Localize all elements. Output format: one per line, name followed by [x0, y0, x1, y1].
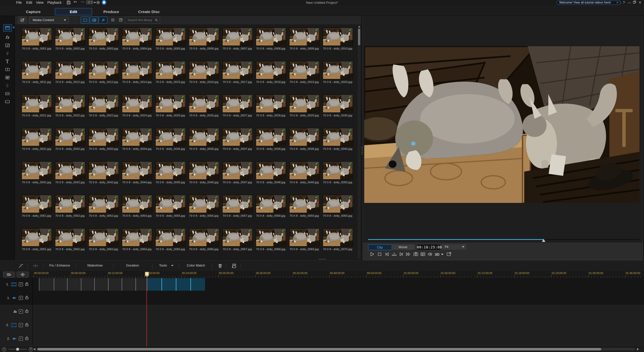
track-lock-icon[interactable] — [25, 323, 28, 328]
library-item[interactable]: ✓70 0 8 - dolly_0051.jpg — [22, 195, 51, 217]
library-item[interactable]: ✓70 0 8 - dolly_0002.jpg — [55, 28, 85, 50]
tab-edit[interactable]: Edit — [55, 8, 92, 15]
library-resize-grip[interactable] — [319, 259, 326, 260]
close-button[interactable]: ✕ — [638, 1, 642, 5]
library-item[interactable]: ✓70 0 8 - dolly_0060.jpg — [323, 195, 352, 217]
range-select-button[interactable] — [17, 272, 29, 278]
filter-video-button[interactable] — [81, 17, 89, 24]
sidebar-item-chapter-room[interactable]: 123 — [3, 90, 11, 97]
library-item[interactable]: ✓70 0 8 - dolly_0019.jpg — [289, 61, 319, 83]
library-item[interactable]: ✓70 0 8 - dolly_0008.jpg — [256, 28, 286, 50]
library-item[interactable]: ✓70 0 8 - dolly_0028.jpg — [256, 95, 286, 117]
library-item[interactable]: ✓70 0 8 - dolly_0003.jpg — [89, 28, 118, 50]
track-enable-checkbox[interactable]: ✓ — [19, 310, 23, 314]
library-item[interactable]: ✓70 0 8 - dolly_0050.jpg — [323, 161, 352, 184]
library-filter-dropdown[interactable]: Media Content — [29, 17, 69, 23]
scroll-left-icon[interactable] — [33, 348, 35, 350]
timeline-clip[interactable] — [136, 278, 146, 291]
library-item[interactable]: ✓70 0 8 - dolly_0023.jpg — [89, 95, 118, 117]
zoom-fit-dropdown[interactable]: Fit — [442, 244, 466, 250]
library-item[interactable]: ✓70 0 8 - dolly_0011.jpg — [22, 61, 51, 83]
color-match-button[interactable]: Color Match — [187, 263, 205, 267]
previous-frame-button[interactable] — [384, 251, 390, 257]
library-item[interactable]: ✓70 0 8 - dolly_0063.jpg — [89, 228, 118, 251]
library-item[interactable]: ✓70 0 8 - dolly_0032.jpg — [55, 128, 85, 150]
library-item[interactable]: ✓70 0 8 - dolly_0053.jpg — [89, 195, 118, 217]
library-item[interactable]: ✓70 0 8 - dolly_0026.jpg — [189, 95, 219, 117]
view-menu-icon[interactable] — [109, 17, 116, 23]
delete-trash-icon[interactable] — [217, 263, 223, 269]
timeline-clip-selected[interactable] — [162, 278, 176, 291]
sidebar-item-audio-mixing-room[interactable] — [3, 74, 11, 81]
zoom-in-button[interactable]: + — [29, 347, 33, 351]
library-item[interactable]: ✓70 0 8 - dolly_0017.jpg — [222, 61, 252, 83]
library-item[interactable]: ✓70 0 8 - dolly_0057.jpg — [222, 195, 252, 217]
playhead-line[interactable] — [146, 278, 147, 346]
library-item[interactable]: ✓70 0 8 - dolly_0047.jpg — [222, 161, 252, 184]
horizontal-scrollbar[interactable] — [37, 348, 635, 350]
split-clip-icon[interactable] — [33, 263, 38, 269]
timeline-clip[interactable] — [94, 278, 108, 291]
track-enable-checkbox[interactable]: ✓ — [19, 282, 23, 286]
timeline-clip[interactable] — [108, 278, 122, 291]
library-item[interactable]: ✓70 0 8 - dolly_0015.jpg — [155, 61, 185, 83]
zoom-out-button[interactable]: − — [2, 347, 6, 351]
sidebar-item-subtitle-room[interactable]: - - - — [3, 98, 11, 105]
slideshow-button[interactable]: Slideshow — [87, 263, 103, 267]
sidebar-item-voiceover-room[interactable] — [3, 82, 11, 89]
welcome-notification[interactable]: Welcome! View all tutorial videos here! … — [556, 1, 621, 5]
snapshot-icon[interactable] — [413, 251, 419, 257]
zoom-slider[interactable] — [9, 349, 27, 349]
tab-capture[interactable]: Capture — [15, 8, 52, 15]
sidebar-item-transition-room[interactable] — [3, 66, 11, 73]
library-item[interactable]: ✓70 0 8 - dolly_0064.jpg — [122, 228, 152, 251]
timeline-track-audio-2[interactable]: 2.✓ — [0, 332, 644, 346]
library-item[interactable]: ✓70 0 8 - dolly_0016.jpg — [189, 61, 219, 83]
track-manager-button[interactable] — [3, 272, 15, 278]
sidebar-item-particle-room[interactable] — [3, 50, 11, 57]
library-item[interactable]: ✓70 0 8 - dolly_0049.jpg — [289, 161, 319, 184]
library-item[interactable]: ✓70 0 8 - dolly_0067.jpg — [222, 228, 252, 251]
library-item[interactable]: ✓70 0 8 - dolly_0068.jpg — [256, 228, 286, 251]
timeline-clip-selected[interactable] — [147, 278, 162, 291]
next-frame-button[interactable] — [398, 251, 404, 257]
library-item[interactable]: ✓70 0 8 - dolly_0040.jpg — [323, 128, 352, 150]
track-lock-icon[interactable] — [25, 309, 28, 314]
library-item[interactable]: ✓70 0 8 - dolly_0034.jpg — [122, 128, 152, 150]
library-item[interactable]: ✓70 0 8 - dolly_0059.jpg — [289, 195, 319, 217]
library-item[interactable]: ✓70 0 8 - dolly_0056.jpg — [189, 195, 219, 217]
library-item[interactable]: ✓70 0 8 - dolly_0029.jpg — [289, 95, 319, 117]
library-item[interactable]: ✓70 0 8 - dolly_0033.jpg — [89, 128, 118, 150]
audio-track-icon[interactable] — [12, 296, 17, 300]
library-item[interactable]: ✓70 0 8 - dolly_0031.jpg — [22, 128, 51, 150]
timeline-ruler[interactable]: 00:00:00:0000:06:00:0000:12:00:0000:18:0… — [0, 271, 644, 278]
tab-produce[interactable]: Produce — [93, 8, 130, 15]
tab-create-disc[interactable]: Create Disc — [131, 8, 167, 15]
library-scrollbar[interactable] — [358, 25, 360, 259]
seekbar-playhead[interactable] — [542, 239, 545, 242]
track-enable-checkbox[interactable]: ✓ — [19, 337, 23, 341]
minimize-button[interactable]: — — [627, 1, 631, 5]
panel-splitter-grip[interactable] — [361, 147, 363, 154]
restore-button[interactable] — [632, 1, 636, 5]
timecode-display[interactable]: 00:18:25:00 — [417, 244, 440, 250]
library-item[interactable]: ✓70 0 8 - dolly_0021.jpg — [22, 95, 51, 117]
track-lock-icon[interactable] — [25, 295, 28, 300]
library-item[interactable]: ✓70 0 8 - dolly_0039.jpg — [289, 128, 319, 150]
library-item[interactable]: ✓70 0 8 - dolly_0045.jpg — [155, 161, 185, 184]
sidebar-item-media-room[interactable] — [3, 24, 12, 32]
import-media-icon[interactable] — [18, 17, 26, 24]
library-item[interactable]: ✓70 0 8 - dolly_0025.jpg — [155, 95, 185, 117]
timeline-track-fx-fx[interactable]: fx✓ — [0, 305, 644, 319]
duration-button[interactable]: Duration — [126, 263, 139, 267]
track-content[interactable] — [33, 291, 641, 305]
timeline-track-video-1[interactable]: 1.✓ — [0, 278, 644, 291]
library-item[interactable]: ✓70 0 8 - dolly_0069.jpg — [289, 228, 319, 251]
step-backward-button[interactable] — [391, 251, 397, 257]
library-item[interactable]: ✓70 0 8 - dolly_0006.jpg — [189, 28, 219, 50]
audio-track-icon[interactable] — [12, 336, 17, 341]
library-item[interactable]: ✓70 0 8 - dolly_0018.jpg — [256, 61, 286, 83]
zoom-slider-thumb[interactable] — [16, 348, 19, 351]
scroll-up-icon[interactable] — [358, 26, 360, 27]
clip-mode-button[interactable]: Clip — [368, 244, 392, 250]
